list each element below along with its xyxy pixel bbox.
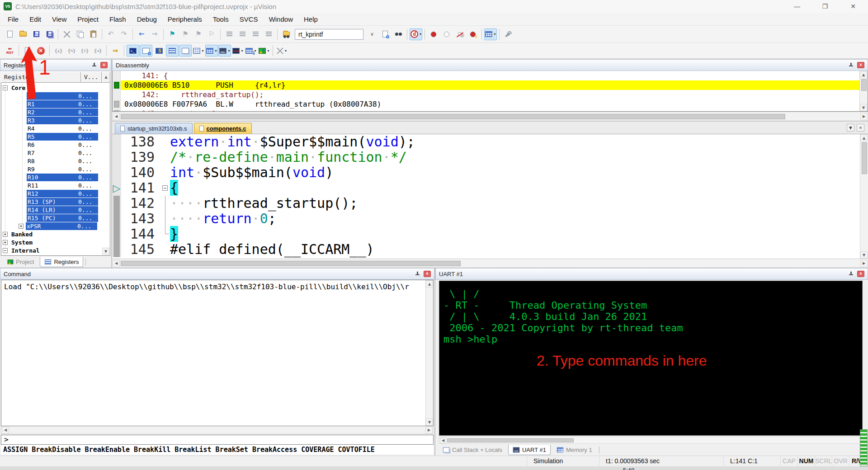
menu-help[interactable]: Help [299, 14, 323, 25]
menu-window[interactable]: Window [264, 14, 298, 25]
value-column-header[interactable]: V... [81, 72, 102, 83]
register-row-r13-sp[interactable]: R13 (SP)0... [1, 197, 110, 206]
disassembly-gutter[interactable] [113, 80, 121, 90]
register-row-r14-lr[interactable]: R14 (LR)0... [1, 206, 110, 214]
save-all-icon[interactable] [43, 28, 56, 40]
disassembly-gutter[interactable] [113, 71, 121, 80]
scroll-right-icon[interactable] [425, 427, 433, 434]
outdent-icon[interactable] [236, 28, 249, 40]
disassembly-line[interactable]: 142: rtthread_startup(); [113, 90, 859, 99]
scroll-right-icon[interactable] [860, 260, 868, 267]
command-horizontal-scrollbar[interactable] [1, 426, 434, 434]
register-group-internal[interactable]: Internal [1, 246, 110, 254]
minus-expander-icon[interactable] [3, 85, 8, 90]
registers-window-icon[interactable] [166, 45, 179, 56]
scroll-down-icon[interactable] [860, 104, 867, 111]
find-icon[interactable] [392, 28, 405, 40]
pin-icon[interactable] [415, 272, 420, 277]
scroll-left-icon[interactable] [2, 427, 9, 434]
pin-icon[interactable] [849, 272, 854, 277]
menu-tools[interactable]: Tools [208, 14, 234, 25]
reset-icon[interactable]: RST [4, 45, 16, 56]
bookmark-next-icon[interactable]: ⚑ [179, 28, 192, 40]
menu-file[interactable]: File [3, 14, 24, 25]
register-row-r12[interactable]: R120... [1, 189, 110, 197]
find-history-dropdown[interactable]: ∨ [366, 28, 378, 40]
watch-window-icon[interactable]: ▾ [192, 45, 205, 56]
find-in-document-icon[interactable] [379, 28, 392, 40]
maximize-button[interactable] [820, 3, 830, 10]
register-row-r8[interactable]: R80... [1, 157, 110, 165]
editor-vertical-scrollbar[interactable] [860, 134, 868, 258]
close-icon[interactable] [100, 62, 108, 68]
disassembly-horizontal-scrollbar[interactable] [112, 112, 868, 121]
new-file-icon[interactable] [4, 28, 16, 40]
open-file-icon[interactable] [17, 28, 29, 40]
plus-expander-icon[interactable] [3, 240, 8, 245]
register-group-system[interactable]: System [1, 238, 110, 246]
disassembly-line[interactable]: 141: { [113, 71, 859, 80]
menu-view[interactable]: View [47, 14, 71, 25]
tab-registers[interactable]: Registers [40, 257, 83, 267]
fold-collapse-icon[interactable] [160, 180, 170, 196]
register-row-r15-pc[interactable]: R15 (PC)0... [1, 214, 110, 222]
disable-breakpoint-icon[interactable] [440, 28, 453, 40]
menu-project[interactable]: Project [72, 14, 104, 25]
find-input[interactable] [295, 29, 363, 40]
run-icon[interactable]: ↓ [21, 45, 34, 56]
register-row-r3[interactable]: R30... [1, 116, 110, 124]
kill-breakpoint-icon[interactable] [453, 28, 466, 40]
menu-edit[interactable]: Edit [24, 14, 46, 25]
scrollbar-thumb[interactable] [121, 114, 785, 119]
scroll-up-icon[interactable] [426, 280, 433, 287]
scroll-up-icon[interactable] [860, 134, 868, 141]
cut-icon[interactable] [61, 28, 73, 40]
undo-icon[interactable]: ↶ [104, 28, 117, 40]
scroll-up-icon[interactable] [860, 71, 867, 78]
indent-icon[interactable] [223, 28, 236, 40]
navigate-back-icon[interactable]: ← [135, 28, 148, 40]
scrollbar-thumb[interactable] [447, 438, 574, 442]
call-stack-window-icon[interactable] [179, 45, 192, 56]
scroll-left-icon[interactable] [113, 260, 120, 267]
disassembly-window-icon[interactable] [140, 45, 152, 56]
memory-window-icon[interactable]: ▾ [205, 45, 218, 56]
command-input[interactable]: > [1, 435, 434, 445]
minimize-button[interactable] [792, 3, 802, 10]
register-row-r6[interactable]: R60... [1, 141, 110, 149]
scroll-left-icon[interactable] [113, 113, 120, 120]
trace-window-icon[interactable]: ↓▾ [245, 45, 257, 56]
menu-peripherals[interactable]: Peripherals [163, 14, 207, 25]
register-row-r7[interactable]: R70... [1, 149, 110, 157]
close-icon[interactable] [857, 271, 864, 277]
editor-line-138[interactable]: 138extern·int·$Super$$main(void); [112, 134, 860, 150]
disassembly-gutter[interactable] [113, 109, 121, 111]
editor-line-141[interactable]: ▷141{ [112, 180, 860, 196]
menu-svcs[interactable]: SVCS [235, 14, 263, 25]
plus-expander-icon[interactable] [3, 232, 8, 237]
close-document-icon[interactable] [857, 124, 864, 132]
toolbox-icon[interactable]: ▾ [275, 45, 288, 56]
scrollbar-thumb[interactable] [862, 142, 867, 174]
disassembly-line[interactable]: 143: return 0; [113, 109, 859, 111]
register-row-xpsr[interactable]: xPSR0... [1, 222, 110, 230]
save-icon[interactable] [30, 28, 42, 40]
register-row-r1[interactable]: R10... [1, 100, 110, 108]
register-row-r10[interactable]: R100... [1, 173, 110, 181]
document-list-dropdown-icon[interactable] [847, 124, 854, 132]
disassembly-current-line[interactable]: 0x080006E6 B510 PUSH {r4,lr} [113, 80, 859, 90]
start-stop-debug-icon[interactable]: d▾ [410, 28, 422, 40]
minus-expander-icon[interactable] [3, 248, 8, 253]
pin-icon[interactable] [849, 63, 854, 68]
paste-icon[interactable] [87, 28, 99, 40]
stop-icon[interactable] [34, 45, 47, 56]
redo-icon[interactable]: ↷ [118, 28, 130, 40]
insert-breakpoint-icon[interactable] [427, 28, 440, 40]
disassembly-gutter[interactable] [113, 90, 121, 99]
register-group-banked[interactable]: Banked [1, 230, 110, 238]
step-over-icon[interactable]: {↷} [65, 45, 78, 56]
close-icon[interactable] [857, 62, 864, 68]
editor-line-139[interactable]: 139/*·re-define·main·function·*/ [112, 150, 860, 165]
bookmark-clear-icon[interactable]: ⚐ [205, 28, 218, 40]
uncomment-icon[interactable] [262, 28, 275, 40]
